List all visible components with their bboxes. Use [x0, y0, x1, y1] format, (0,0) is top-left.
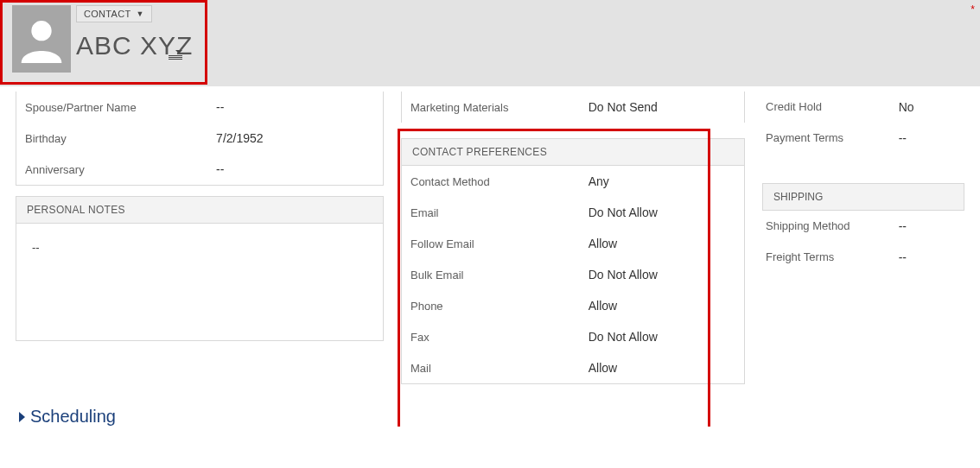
field-value: -- — [216, 100, 224, 114]
field-value: Allow — [589, 237, 617, 250]
field-row-fax[interactable]: Fax Do Not Allow — [402, 321, 744, 352]
field-value: -- — [899, 219, 907, 233]
field-label: Fax — [410, 331, 589, 344]
field-value: -- — [899, 131, 907, 145]
field-row-anniversary[interactable]: Anniversary -- — [16, 154, 383, 185]
field-value: Any — [589, 174, 609, 188]
field-row-mail[interactable]: Mail Allow — [402, 352, 744, 383]
caret-down-icon: ▼ — [136, 9, 143, 18]
person-icon — [17, 15, 66, 63]
personal-notes-value[interactable]: -- — [16, 224, 383, 340]
field-value: Do Not Send — [589, 100, 658, 114]
field-label: Email — [410, 206, 589, 219]
field-value: 7/2/1952 — [216, 131, 264, 145]
field-row-credit-hold[interactable]: Credit Hold No — [762, 92, 964, 123]
entity-type-dropdown[interactable]: CONTACT ▼ — [76, 5, 152, 22]
field-row-payment-terms[interactable]: Payment Terms -- — [762, 123, 964, 154]
personal-details-section: Spouse/Partner Name -- Birthday 7/2/1952… — [16, 92, 384, 186]
scheduling-label: Scheduling — [30, 407, 116, 427]
field-label: Contact Method — [410, 175, 589, 188]
personal-notes-heading: PERSONAL NOTES — [16, 197, 383, 224]
billing-section: Credit Hold No Payment Terms -- — [762, 92, 964, 154]
field-row-follow-email[interactable]: Follow Email Allow — [402, 228, 744, 259]
field-label: Credit Hold — [766, 100, 899, 114]
shipping-heading: SHIPPING — [762, 183, 964, 211]
name-more-menu-icon[interactable] — [169, 50, 182, 60]
field-label: Bulk Email — [410, 269, 589, 281]
field-value: Do Not Allow — [589, 268, 658, 281]
personal-notes-section: PERSONAL NOTES -- — [16, 196, 384, 341]
field-label: Spouse/Partner Name — [25, 101, 216, 114]
field-value: -- — [216, 162, 224, 176]
field-value: -- — [899, 250, 907, 264]
field-label: Mail — [410, 362, 589, 375]
entity-type-label: CONTACT — [84, 9, 130, 19]
field-row-marketing-materials[interactable]: Marketing Materials Do Not Send — [402, 92, 744, 123]
record-header: * CONTACT ▼ ABC XYZ — [0, 0, 980, 86]
field-value: Do Not Allow — [589, 206, 658, 219]
field-value: Do Not Allow — [589, 330, 658, 344]
field-row-shipping-method[interactable]: Shipping Method -- — [762, 211, 964, 242]
field-label: Phone — [410, 300, 589, 313]
marketing-section: Marketing Materials Do Not Send — [401, 92, 745, 123]
field-row-freight-terms[interactable]: Freight Terms -- — [762, 242, 964, 273]
contact-avatar[interactable] — [12, 5, 71, 73]
field-label: Shipping Method — [766, 219, 899, 233]
field-label: Marketing Materials — [410, 101, 589, 114]
field-label: Payment Terms — [766, 131, 899, 145]
field-row-bulk-email[interactable]: Bulk Email Do Not Allow — [402, 259, 744, 290]
field-label: Follow Email — [410, 237, 589, 250]
field-row-contact-method[interactable]: Contact Method Any — [402, 166, 744, 197]
field-value: No — [899, 100, 914, 114]
field-row-birthday[interactable]: Birthday 7/2/1952 — [16, 123, 383, 154]
field-label: Birthday — [25, 132, 216, 145]
required-asterisk: * — [970, 3, 975, 16]
shipping-section: Shipping Method -- Freight Terms -- — [762, 211, 964, 273]
field-value: Allow — [589, 299, 617, 313]
field-row-phone[interactable]: Phone Allow — [402, 290, 744, 321]
field-label: Freight Terms — [766, 250, 899, 264]
triangle-right-icon — [19, 412, 25, 422]
field-value: Allow — [589, 361, 617, 375]
field-row-email[interactable]: Email Do Not Allow — [402, 197, 744, 228]
svg-point-0 — [31, 21, 51, 41]
field-row-spouse[interactable]: Spouse/Partner Name -- — [16, 92, 383, 123]
contact-preferences-section: Contact Method Any Email Do Not Allow Fo… — [401, 166, 745, 384]
field-label: Anniversary — [25, 163, 216, 176]
scheduling-section-toggle[interactable]: Scheduling — [0, 407, 980, 427]
contact-preferences-heading: CONTACT PREFERENCES — [401, 138, 745, 166]
